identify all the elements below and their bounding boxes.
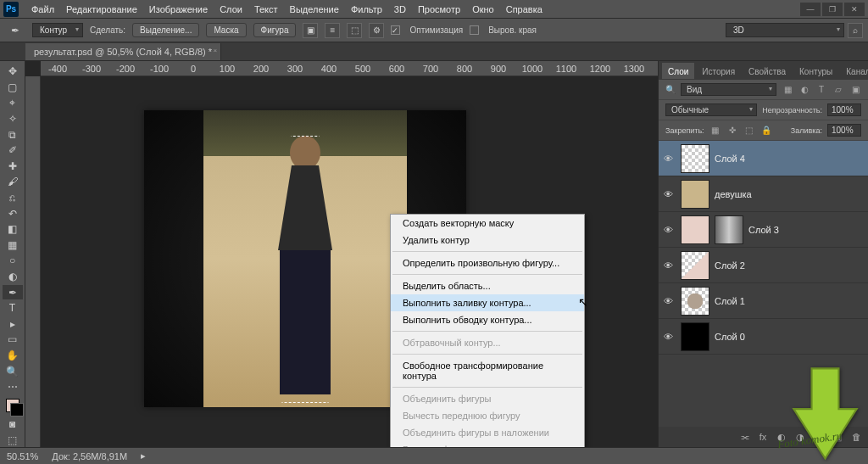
- minimize-button[interactable]: —: [800, 3, 821, 16]
- stamp-tool[interactable]: ⎌: [3, 191, 23, 205]
- layer-row[interactable]: 👁Слой 2: [659, 248, 868, 283]
- pen-tool-icon[interactable]: ✒: [5, 22, 25, 39]
- menu-Файл[interactable]: Файл: [25, 2, 60, 17]
- ctx-item[interactable]: Выделить область...: [391, 277, 584, 294]
- panel-tab[interactable]: Слои: [662, 63, 694, 79]
- layer-row[interactable]: 👁Слой 3: [659, 212, 868, 248]
- path-ops-icon[interactable]: ▣: [303, 23, 318, 38]
- ctx-item[interactable]: Выполнить обводку контура...: [391, 311, 584, 328]
- ctx-item[interactable]: Определить произвольную фигуру...: [391, 254, 584, 271]
- menu-Выделение[interactable]: Выделение: [284, 2, 345, 17]
- visibility-icon[interactable]: 👁: [664, 189, 676, 199]
- menu-Текст[interactable]: Текст: [248, 2, 284, 17]
- screen-mode-tool[interactable]: ⬚: [3, 433, 23, 447]
- layer-thumbnail[interactable]: [681, 251, 709, 280]
- dodge-tool[interactable]: ◐: [3, 270, 23, 284]
- ctx-item[interactable]: Выполнить заливку контура...: [391, 294, 584, 311]
- lock-pixels-icon[interactable]: ▦: [709, 125, 721, 137]
- fill-input[interactable]: 100%: [827, 124, 861, 137]
- mask-thumbnail[interactable]: [715, 215, 743, 244]
- color-swatches[interactable]: [3, 395, 23, 415]
- arrange-icon[interactable]: ⬚: [347, 23, 362, 38]
- ctx-item[interactable]: Создать векторную маску: [391, 215, 584, 232]
- filter-type-dropdown[interactable]: Вид: [681, 83, 776, 96]
- tool-mode-dropdown[interactable]: Контур: [32, 23, 83, 37]
- panel-tab[interactable]: Свойства: [743, 63, 792, 79]
- blend-mode-dropdown[interactable]: Обычные: [665, 103, 757, 116]
- gradient-tool[interactable]: ▦: [3, 238, 23, 253]
- canvas-area[interactable]: -400-300-200-100010020030040050060070080…: [25, 61, 658, 447]
- gear-icon[interactable]: ⚙: [369, 23, 384, 38]
- wand-tool[interactable]: ✧: [3, 112, 23, 126]
- make-mask-button[interactable]: Маска: [206, 23, 246, 37]
- close-icon[interactable]: ×: [213, 47, 217, 54]
- layer-thumbnail[interactable]: [681, 287, 709, 316]
- document-tab[interactable]: результат.psd @ 50,5% (Слой 4, RGB/8) *×: [25, 43, 221, 60]
- visibility-icon[interactable]: 👁: [664, 332, 676, 342]
- marquee-tool[interactable]: ▢: [3, 81, 23, 95]
- menu-Просмотр[interactable]: Просмотр: [412, 2, 466, 17]
- eraser-tool[interactable]: ◧: [3, 222, 23, 237]
- align-edges-checkbox[interactable]: [470, 25, 479, 35]
- heal-tool[interactable]: ✚: [3, 159, 23, 174]
- panel-tab[interactable]: История: [696, 63, 741, 79]
- opacity-input[interactable]: 100%: [827, 103, 861, 116]
- rubber-band-checkbox[interactable]: [391, 25, 400, 35]
- filter-smart-icon[interactable]: ▣: [849, 84, 861, 96]
- edit-toolbar[interactable]: ⋯: [3, 380, 23, 394]
- filter-type-icon[interactable]: T: [815, 84, 827, 96]
- link-layers-icon[interactable]: ⫘: [737, 430, 751, 444]
- pen-tool[interactable]: ✒: [3, 285, 23, 299]
- layer-thumbnail[interactable]: [681, 215, 709, 244]
- lock-artboard-icon[interactable]: ⬚: [743, 125, 755, 137]
- lock-all-icon[interactable]: 🔒: [760, 125, 772, 137]
- workspace-dropdown[interactable]: 3D: [726, 23, 844, 37]
- align-icon[interactable]: ≡: [325, 23, 340, 38]
- panel-tab[interactable]: Контуры: [793, 63, 838, 79]
- eyedropper-tool[interactable]: ✐: [3, 143, 23, 158]
- ctx-item[interactable]: Удалить контур: [391, 232, 584, 249]
- layer-row[interactable]: 👁Слой 1: [659, 283, 868, 319]
- move-tool[interactable]: ✥: [3, 64, 23, 79]
- visibility-icon[interactable]: 👁: [664, 260, 676, 271]
- layer-row[interactable]: 👁Слой 4: [659, 141, 868, 176]
- shape-tool[interactable]: ▭: [3, 333, 23, 347]
- search-icon[interactable]: ⌕: [848, 23, 863, 38]
- menu-Изображение[interactable]: Изображение: [143, 2, 214, 17]
- lock-position-icon[interactable]: ✜: [726, 125, 738, 137]
- make-shape-button[interactable]: Фигура: [253, 23, 297, 37]
- menu-Фильтр[interactable]: Фильтр: [345, 2, 388, 17]
- make-selection-button[interactable]: Выделение...: [132, 23, 199, 37]
- panel-tab[interactable]: Каналы: [840, 63, 868, 79]
- type-tool[interactable]: T: [3, 301, 23, 316]
- layer-row[interactable]: 👁Слой 0: [659, 319, 868, 355]
- close-button[interactable]: ✕: [844, 3, 865, 16]
- visibility-icon[interactable]: 👁: [664, 296, 676, 306]
- fx-icon[interactable]: fx: [756, 430, 770, 444]
- history-brush-tool[interactable]: ↶: [3, 206, 23, 221]
- lasso-tool[interactable]: ⌖: [3, 96, 23, 110]
- filter-pixel-icon[interactable]: ▦: [782, 84, 793, 96]
- visibility-icon[interactable]: 👁: [664, 225, 676, 235]
- blur-tool[interactable]: ○: [3, 254, 23, 268]
- layer-row[interactable]: 👁девушка: [659, 176, 868, 212]
- layer-thumbnail[interactable]: [681, 322, 709, 351]
- brush-tool[interactable]: 🖌: [3, 175, 23, 189]
- menu-Окно[interactable]: Окно: [466, 2, 500, 17]
- maximize-button[interactable]: ❐: [822, 3, 843, 16]
- menu-3D[interactable]: 3D: [388, 2, 412, 17]
- crop-tool[interactable]: ⧉: [3, 127, 23, 142]
- quick-mask-tool[interactable]: ◙: [3, 417, 23, 432]
- zoom-tool[interactable]: 🔍: [3, 364, 23, 378]
- filter-adjust-icon[interactable]: ◐: [798, 84, 810, 96]
- layer-thumbnail[interactable]: [681, 144, 709, 173]
- layer-thumbnail[interactable]: [681, 180, 709, 209]
- doc-size[interactable]: Док: 2,56M/8,91M: [52, 451, 127, 461]
- visibility-icon[interactable]: 👁: [664, 154, 676, 164]
- menu-Редактирование[interactable]: Редактирование: [60, 2, 143, 17]
- menu-Слои[interactable]: Слои: [214, 2, 248, 17]
- hand-tool[interactable]: ✋: [3, 349, 23, 363]
- menu-Справка[interactable]: Справка: [500, 2, 548, 17]
- ctx-item[interactable]: Свободное трансформирование контура: [391, 357, 584, 384]
- filter-shape-icon[interactable]: ▱: [832, 84, 844, 96]
